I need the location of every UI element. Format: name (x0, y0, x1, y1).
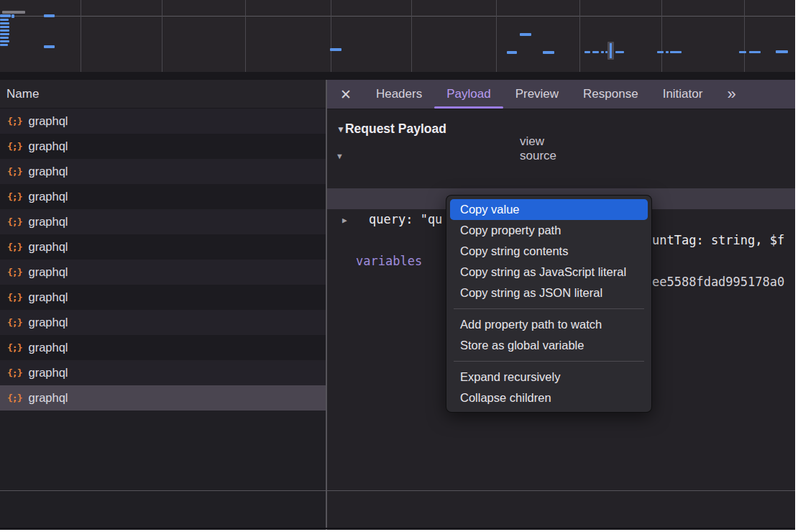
payload-operation-name-line[interactable]: operationName: "ipFlowTimeseries" (327, 167, 795, 188)
name-column-header[interactable]: Name (0, 80, 326, 109)
request-name-label: graphql (28, 165, 68, 178)
overview-gridline (162, 0, 162, 72)
request-row[interactable]: {;}graphql (0, 109, 326, 134)
waterfall-bar (601, 51, 604, 53)
overview-gridline (579, 0, 580, 72)
waterfall-bar (12, 14, 14, 18)
waterfall-bar (584, 51, 590, 53)
request-name-label: graphql (28, 139, 68, 153)
menu-item-copy-property-path[interactable]: Copy property path (446, 220, 651, 241)
json-braces-icon: {;} (7, 317, 22, 328)
devtools-network-panel: Name {;}graphql{;}graphql{;}graphql{;}gr… (0, 0, 795, 530)
request-row[interactable]: {;}graphql (0, 134, 326, 159)
waterfall-bar (666, 51, 669, 53)
variables-right-fragment: ee5588fdad995178a0 (652, 272, 784, 293)
waterfall-bar (0, 40, 9, 42)
overview-baseline (0, 16, 795, 17)
waterfall-bar (0, 44, 8, 46)
overview-selection-marker-bar (610, 43, 612, 58)
json-braces-icon: {;} (7, 141, 22, 152)
menu-item-store-as-global-variable[interactable]: Store as global variable (446, 335, 651, 356)
tab-response[interactable]: Response (583, 80, 638, 109)
waterfall-bar (615, 51, 624, 53)
menu-item-add-property-path-to-watch[interactable]: Add property path to watch (446, 314, 651, 335)
more-tabs-icon[interactable]: » (727, 85, 734, 104)
requests-list: {;}graphql{;}graphql{;}graphql{;}graphql… (0, 109, 326, 411)
section-collapse-icon[interactable]: ▼ (336, 124, 345, 134)
request-name-label: graphql (28, 265, 68, 279)
waterfall-bar (0, 33, 9, 35)
expand-arrow-icon[interactable]: ▶ (342, 210, 347, 231)
waterfall-bar (543, 51, 554, 54)
collapse-arrow-icon[interactable]: ▼ (337, 146, 342, 167)
menu-item-copy-string-as-json-literal[interactable]: Copy string as JSON literal (446, 283, 651, 303)
json-braces-icon: {;} (7, 292, 22, 303)
request-name-label: graphql (28, 341, 68, 354)
section-title: Request Payload (345, 121, 446, 136)
request-row[interactable]: {;}graphql (0, 360, 326, 385)
tab-preview[interactable]: Preview (515, 80, 559, 109)
request-name-label: graphql (28, 366, 68, 380)
tab-headers[interactable]: Headers (376, 80, 422, 109)
request-name-label: graphql (28, 190, 68, 203)
query-line-right-fragment: untTag: string, $f (652, 230, 784, 251)
payload-root-line[interactable]: ▼ {operationName: "ipFlowTimeseries", va… (327, 145, 795, 166)
waterfall-bar (670, 51, 682, 53)
waterfall-bar (592, 51, 599, 53)
menu-divider (454, 361, 644, 362)
request-row[interactable]: {;}graphql (0, 285, 326, 310)
json-braces-icon: {;} (7, 191, 22, 202)
json-braces-icon: {;} (7, 216, 22, 227)
context-menu: Copy valueCopy property pathCopy string … (446, 195, 652, 413)
request-row[interactable]: {;}graphql (0, 209, 326, 234)
json-braces-icon: {;} (7, 267, 22, 278)
request-payload-section-header[interactable]: ▼Request Payload view source (336, 121, 446, 137)
overview-gridline (661, 0, 662, 72)
waterfall-bar (44, 14, 55, 17)
request-name-label: graphql (28, 316, 68, 329)
waterfall-bar (0, 14, 11, 17)
request-row[interactable]: {;}graphql (0, 385, 326, 411)
json-braces-icon: {;} (7, 342, 22, 353)
screenshot-stage: Name {;}graphql{;}graphql{;}graphql{;}gr… (0, 0, 798, 532)
request-name-label: graphql (28, 290, 68, 304)
overview-bottom-strip (0, 72, 795, 80)
bottom-edge-line (0, 528, 795, 529)
request-row[interactable]: {;}graphql (0, 159, 326, 184)
json-braces-icon: {;} (7, 393, 22, 403)
waterfall-bar (749, 51, 761, 53)
waterfall-bar (776, 50, 788, 53)
request-name-label: graphql (28, 215, 68, 229)
request-row[interactable]: {;}graphql (0, 310, 326, 335)
waterfall-bar (739, 51, 746, 53)
waterfall-bar (2, 11, 25, 14)
overview-gridline (331, 0, 331, 72)
variables-key: variables (356, 251, 422, 272)
summary-horizontal-divider[interactable] (0, 490, 795, 491)
overview-gridline (245, 0, 246, 72)
menu-item-collapse-children[interactable]: Collapse children (446, 387, 651, 408)
request-row[interactable]: {;}graphql (0, 234, 326, 260)
waterfall-bar (520, 33, 531, 36)
waterfall-bar (0, 22, 9, 24)
request-row[interactable]: {;}graphql (0, 335, 326, 360)
requests-list-panel: Name {;}graphql{;}graphql{;}graphql{;}gr… (0, 80, 326, 530)
overview-gridline (81, 0, 81, 72)
overview-gridline (744, 0, 745, 72)
menu-item-copy-value[interactable]: Copy value (450, 199, 648, 220)
tab-initiator[interactable]: Initiator (663, 80, 703, 109)
waterfall-bar (330, 48, 341, 51)
request-row[interactable]: {;}graphql (0, 184, 326, 209)
menu-item-expand-recursively[interactable]: Expand recursively (446, 367, 651, 387)
network-overview-waterfall[interactable] (0, 0, 795, 72)
close-icon[interactable]: ✕ (340, 86, 352, 103)
menu-item-copy-string-contents[interactable]: Copy string contents (446, 241, 651, 262)
menu-divider (454, 308, 644, 309)
menu-item-copy-string-as-javascript-literal[interactable]: Copy string as JavaScript literal (446, 262, 651, 283)
tab-payload[interactable]: Payload (446, 80, 490, 109)
json-braces-icon: {;} (7, 166, 22, 177)
request-name-label: graphql (28, 114, 68, 128)
waterfall-bar (0, 26, 9, 28)
waterfall-bar (657, 51, 664, 53)
request-row[interactable]: {;}graphql (0, 260, 326, 285)
